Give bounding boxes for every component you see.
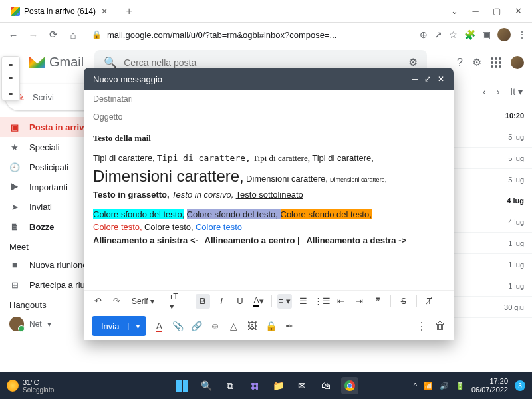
share-icon[interactable]: ↗ <box>434 29 442 40</box>
search-icon: 🔍 <box>104 56 117 68</box>
home-button[interactable]: ⌂ <box>65 27 81 43</box>
confidential-icon[interactable]: 🔒 <box>265 321 277 331</box>
explorer-icon[interactable]: 📁 <box>269 377 287 394</box>
prev-page-icon[interactable]: ‹ <box>483 86 486 97</box>
extensions-icon[interactable]: 🧩 <box>464 29 475 40</box>
search-input[interactable] <box>124 57 402 68</box>
italic-button[interactable]: I <box>214 294 229 309</box>
bookmark-icon[interactable]: ☆ <box>449 29 458 40</box>
keyboard-icon: ⊞ <box>9 280 20 290</box>
gmail-favicon <box>11 7 20 16</box>
font-format-icon[interactable]: A <box>153 321 165 331</box>
subject-field[interactable]: Oggetto <box>84 108 454 126</box>
battery-icon[interactable]: 🔋 <box>456 382 465 390</box>
attach-icon[interactable]: 📎 <box>172 321 184 331</box>
link-icon[interactable]: 🔗 <box>190 321 202 331</box>
redo-icon[interactable]: ↷ <box>109 294 124 309</box>
signature-icon[interactable]: ✒ <box>283 321 295 331</box>
taskbar-search-icon[interactable]: 🔍 <box>198 377 215 394</box>
chrome-icon[interactable] <box>341 377 358 394</box>
tray-chevron-icon[interactable]: ^ <box>414 382 417 390</box>
clock[interactable]: 17:20 06/07/2022 <box>471 377 508 394</box>
apps-grid-icon[interactable] <box>491 57 501 68</box>
indent-less-icon[interactable]: ⇤ <box>333 294 348 309</box>
chevron-down-icon[interactable]: ▾ <box>47 319 51 329</box>
draft-icon: 🗎 <box>9 222 20 232</box>
align-popup: ≡ ≡ ≡ <box>1 56 20 101</box>
send-options-icon[interactable]: ▼ <box>128 323 146 330</box>
emoji-icon[interactable]: ☺ <box>209 321 221 331</box>
new-tab-button[interactable]: + <box>121 3 137 19</box>
close-icon[interactable]: ✕ <box>513 6 523 16</box>
inbox-icon: ▣ <box>9 122 20 132</box>
help-icon[interactable]: ? <box>457 57 463 68</box>
settings-icon[interactable]: ⚙ <box>472 56 481 68</box>
underline-button[interactable]: U <box>233 294 247 309</box>
strikethrough-icon[interactable]: S̶ <box>396 294 411 309</box>
search-options-icon[interactable]: ⚙ <box>408 56 418 68</box>
chevron-down-icon[interactable]: ⌄ <box>450 6 459 16</box>
camera-icon: ■ <box>9 260 20 270</box>
mail-app-icon[interactable]: ✉ <box>293 377 311 394</box>
align-center-option[interactable]: ≡ <box>2 71 19 86</box>
gmail-m-icon <box>29 57 45 68</box>
bold-button[interactable]: B <box>196 294 210 309</box>
text-color-button[interactable]: A ▾ <box>251 294 266 309</box>
remove-formatting-icon[interactable]: T̸ <box>422 294 437 309</box>
align-right-option[interactable]: ≡ <box>2 86 19 100</box>
discard-icon[interactable]: 🗑 <box>435 320 446 332</box>
compose-titlebar[interactable]: Nuovo messaggio ─ ⤢ ✕ <box>84 68 454 90</box>
minimize-icon[interactable]: ─ <box>471 6 480 16</box>
wifi-icon[interactable]: 📶 <box>424 382 433 390</box>
store-icon[interactable]: 🛍 <box>317 377 334 394</box>
undo-icon[interactable]: ↶ <box>90 294 105 309</box>
profile-avatar[interactable] <box>497 28 511 41</box>
more-options-icon[interactable]: ⋮ <box>416 320 427 332</box>
compose-body[interactable]: Testo della mail Tipi di carattere, Tipi… <box>84 126 454 290</box>
quote-icon[interactable]: ❞ <box>370 294 385 309</box>
compose-title: Nuovo messaggio <box>93 74 162 84</box>
star-icon: ★ <box>9 142 20 152</box>
align-button[interactable]: ≡ ▾ <box>277 294 292 309</box>
browser-tab[interactable]: Posta in arrivo (614) ✕ <box>4 2 116 21</box>
font-size-icon[interactable]: τT ▾ <box>170 294 184 309</box>
send-button[interactable]: Invia ▼ <box>92 316 146 336</box>
notification-badge[interactable]: 3 <box>515 380 525 391</box>
gmail-logo[interactable]: Gmail <box>29 55 84 70</box>
menu-icon[interactable]: ⋮ <box>517 29 527 40</box>
format-toolbar: ↶ ↷ Serif ▾ τT ▾ B I U A ▾ ≡ ▾ ☰ ⋮☰ ⇤ ⇥ … <box>84 290 454 311</box>
sent-icon: ➤ <box>9 202 20 212</box>
numbered-list-icon[interactable]: ☰ <box>296 294 311 309</box>
recipients-field[interactable]: Destinatari <box>84 90 454 108</box>
sun-icon <box>7 380 19 392</box>
volume-icon[interactable]: 🔊 <box>440 382 449 390</box>
sidepanel-icon[interactable]: ▣ <box>482 29 491 40</box>
font-select[interactable]: Serif ▾ <box>128 297 158 306</box>
close-tab-icon[interactable]: ✕ <box>100 7 109 16</box>
minimize-compose-icon[interactable]: ─ <box>412 74 418 84</box>
bullet-list-icon[interactable]: ⋮☰ <box>315 294 329 309</box>
search-page-icon[interactable]: ⊕ <box>420 29 428 40</box>
close-compose-icon[interactable]: ✕ <box>438 74 444 84</box>
align-left-option[interactable]: ≡ <box>2 57 19 71</box>
back-button[interactable]: ← <box>5 27 21 43</box>
gmail-logo-text: Gmail <box>49 55 84 70</box>
weather-widget[interactable]: 31°C Soleggiato <box>7 378 54 394</box>
drive-icon[interactable]: △ <box>227 321 239 331</box>
maximize-icon[interactable]: ▢ <box>492 6 501 16</box>
hangouts-avatar <box>9 317 24 331</box>
taskview-icon[interactable]: ⧉ <box>221 377 239 394</box>
indent-more-icon[interactable]: ⇥ <box>352 294 366 309</box>
image-icon[interactable]: 🖼 <box>246 321 258 331</box>
compose-label: Scrivi <box>33 92 54 102</box>
reload-button[interactable]: ⟳ <box>45 27 61 43</box>
account-avatar[interactable] <box>511 56 524 69</box>
address-bar[interactable]: 🔒 mail.google.com/mail/u/0/?tab=rm&ogbl#… <box>85 25 416 44</box>
expand-compose-icon[interactable]: ⤢ <box>424 74 431 84</box>
widgets-icon[interactable]: ▦ <box>245 377 263 394</box>
input-tools-icon[interactable]: It ▾ <box>510 86 523 97</box>
compose-window: Nuovo messaggio ─ ⤢ ✕ Destinatari Oggett… <box>84 68 454 340</box>
start-button[interactable] <box>174 377 191 394</box>
next-page-icon[interactable]: › <box>497 86 500 97</box>
important-icon: ⯈ <box>9 182 20 192</box>
